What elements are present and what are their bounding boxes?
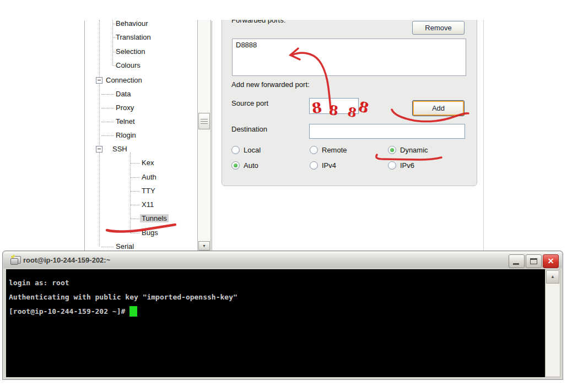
- tree-item-telnet[interactable]: Telnet: [114, 117, 137, 127]
- tree-item-translation[interactable]: Translation: [114, 32, 153, 42]
- terminal-scrollbar[interactable]: ▲: [545, 269, 560, 377]
- tree-item-connection[interactable]: Connection: [104, 75, 144, 85]
- radio-local-circle[interactable]: [231, 146, 240, 154]
- forwarded-ports-label: Forwarded ports:: [231, 20, 285, 24]
- radio-local-label[interactable]: Local: [244, 145, 261, 155]
- source-port-label: Source port: [231, 99, 268, 107]
- terminal-line: Authenticating with public key "imported…: [9, 290, 545, 304]
- putty-app-icon: [10, 255, 21, 265]
- tree-item-behaviour[interactable]: Behaviour: [114, 20, 150, 29]
- tree-leader: [101, 94, 114, 95]
- forwarded-ports-listbox[interactable]: D8888: [232, 39, 466, 76]
- tree-item-data[interactable]: Data: [114, 89, 132, 99]
- maximize-button[interactable]: [526, 254, 542, 268]
- tree-item-auth[interactable]: Auth: [140, 172, 158, 182]
- screenshot-root: { "putty_config": { "tree": { "items": […: [0, 0, 567, 392]
- window-controls: ✕: [509, 254, 559, 268]
- destination-input[interactable]: [309, 124, 465, 139]
- add-button[interactable]: Add: [412, 100, 465, 116]
- terminal-line: [root@ip-10-244-159-202 ~]#: [9, 304, 545, 319]
- maximize-icon: [530, 258, 537, 264]
- tree-expander-connection[interactable]: [96, 77, 102, 84]
- source-port-input[interactable]: [309, 98, 359, 114]
- tree-scrollbar-down-button[interactable]: ▼: [198, 241, 210, 251]
- tree-leader: [131, 163, 139, 164]
- tree-leader: [101, 135, 114, 136]
- forwarded-port-entry[interactable]: D8888: [233, 39, 466, 51]
- tree-leader: [101, 122, 114, 122]
- radio-remote-label[interactable]: Remote: [322, 145, 347, 155]
- close-button[interactable]: ✕: [543, 254, 559, 268]
- destination-label: Destination: [231, 125, 267, 133]
- tree-item-colours[interactable]: Colours: [114, 61, 142, 70]
- minimize-button[interactable]: [509, 254, 525, 268]
- tree-item-serial[interactable]: Serial: [114, 242, 136, 251]
- terminal-screen[interactable]: login as: root Authenticating with publi…: [6, 269, 545, 377]
- tree-item-tty[interactable]: TTY: [140, 186, 157, 196]
- tree-item-bugs[interactable]: Bugs: [140, 228, 160, 238]
- radio-ipv4[interactable]: IPv4: [310, 161, 376, 171]
- tree-leader: [101, 108, 114, 108]
- minimize-icon: [513, 263, 519, 265]
- terminal-titlebar[interactable]: root@ip-10-244-159-202:~ ✕: [3, 252, 562, 269]
- tree-scrollbar[interactable]: ▼: [197, 20, 211, 251]
- radio-auto-label[interactable]: Auto: [244, 161, 258, 171]
- tree-spine-connection-children: [99, 84, 100, 247]
- tree-panel-right-border: [212, 21, 212, 251]
- radio-ipv6-circle[interactable]: [388, 161, 396, 170]
- radio-ipv4-circle[interactable]: [310, 161, 318, 170]
- radio-auto-circle[interactable]: [231, 161, 240, 170]
- radio-dynamic-circle[interactable]: [388, 146, 396, 154]
- dialog-right-edge: [483, 20, 484, 251]
- tree-item-proxy[interactable]: Proxy: [114, 103, 136, 113]
- tree-leader: [131, 219, 139, 219]
- terminal-title: root@ip-10-244-159-202:~: [23, 252, 110, 269]
- tree-leader: [101, 247, 114, 247]
- terminal-cursor: [129, 306, 137, 317]
- radio-ipv6-label[interactable]: IPv6: [400, 161, 414, 171]
- radio-remote-circle[interactable]: [310, 146, 318, 154]
- tree-spine-ssh-children: [130, 153, 131, 233]
- add-new-forwarded-port-label: Add new forwarded port:: [231, 80, 310, 89]
- tree-panel-left-border: [84, 21, 85, 251]
- terminal-line: login as: root: [9, 276, 545, 290]
- tree-leader: [131, 191, 139, 192]
- tree-leader: [131, 233, 139, 233]
- tree-scrollbar-thumb[interactable]: [198, 113, 210, 129]
- radio-local[interactable]: Local: [231, 145, 298, 155]
- tree-spine-window-children: [112, 20, 113, 66]
- tree-leader: [131, 205, 139, 205]
- tree-item-selection[interactable]: Selection: [114, 47, 147, 57]
- tree-item-kex[interactable]: Kex: [140, 158, 155, 168]
- remove-button[interactable]: Remove: [412, 21, 465, 35]
- close-icon: ✕: [543, 255, 558, 268]
- tree-item-rlogin[interactable]: Rlogin: [114, 130, 138, 140]
- radio-remote[interactable]: Remote: [310, 145, 376, 155]
- tree-spine-toplevel: [99, 20, 100, 80]
- tree-item-ssh[interactable]: SSH: [111, 144, 129, 154]
- scrollbar-up-button[interactable]: ▲: [546, 270, 559, 284]
- tree-leader: [131, 177, 139, 178]
- radio-dynamic-label[interactable]: Dynamic: [400, 145, 428, 155]
- tree-expander-ssh[interactable]: [96, 146, 102, 153]
- putty-config-fragment: Behaviour Translation Selection Colours …: [0, 20, 567, 251]
- tree-item-tunnels[interactable]: Tunnels: [140, 214, 169, 224]
- radio-dynamic[interactable]: Dynamic: [388, 145, 454, 155]
- radio-auto[interactable]: Auto: [231, 161, 298, 171]
- terminal-window: root@ip-10-244-159-202:~ ✕ login as: roo…: [2, 251, 563, 380]
- radio-ipv4-label[interactable]: IPv4: [322, 161, 336, 171]
- tree-item-x11[interactable]: X11: [140, 200, 155, 210]
